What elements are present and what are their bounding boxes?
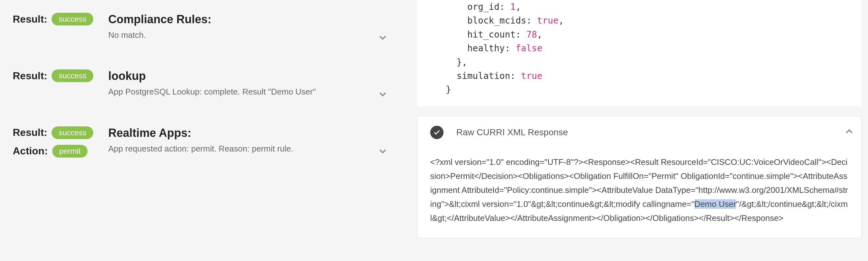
xml-header[interactable]: Raw CURRI XML Response [430, 126, 848, 139]
chevron-up-icon[interactable] [843, 126, 855, 138]
result-block-lookup[interactable]: Result: success lookup App PostgreSQL Lo… [13, 69, 404, 97]
block-title: lookup [108, 69, 404, 83]
result-block-compliance[interactable]: Result: success Compliance Rules: No mat… [13, 13, 404, 41]
chevron-down-icon[interactable] [377, 145, 389, 158]
result-block-realtime[interactable]: Result: success Action: permit Realtime … [13, 126, 404, 158]
results-panel: Result: success Compliance Rules: No mat… [0, 0, 417, 261]
code-text: } [446, 84, 451, 95]
content-col: lookup App PostgreSQL Lookup: complete. … [76, 69, 404, 97]
content-col: Realtime Apps: App requested action: per… [76, 126, 404, 154]
code-text: simulation: [446, 71, 521, 81]
chevron-down-icon[interactable] [377, 89, 389, 101]
labels-col: Result: success Action: permit [13, 126, 76, 158]
labels-col: Result: success [13, 69, 76, 82]
block-desc: App PostgreSQL Lookup: complete. Result … [108, 86, 331, 97]
content-col: Compliance Rules: No match. [76, 13, 404, 41]
block-title: Compliance Rules: [108, 13, 404, 26]
result-label: Result: [13, 13, 47, 25]
code-text: hit_count: [446, 29, 526, 40]
labels-col: Result: success [13, 13, 76, 26]
result-row: Result: success [13, 126, 76, 139]
block-title: Realtime Apps: [108, 126, 404, 140]
xml-highlight: Demo User [694, 199, 736, 209]
code-bool: true [521, 71, 542, 81]
code-text: block_mcids: [446, 15, 537, 26]
block-desc: No match. [108, 29, 331, 41]
action-label: Action: [13, 145, 48, 157]
code-text: org_id: [446, 2, 510, 12]
result-label: Result: [13, 70, 47, 82]
result-label: Result: [13, 127, 47, 138]
result-row: Result: success [13, 13, 76, 26]
main-container: Result: success Compliance Rules: No mat… [0, 0, 868, 261]
code-number: 78 [526, 29, 537, 40]
detail-panel: org_id: 1, block_mcids: true, hit_count:… [417, 0, 868, 261]
block-desc: App requested action: permit. Reason: pe… [108, 143, 331, 154]
xml-body: <?xml version="1.0" encoding="UTF-8"?><R… [430, 155, 848, 225]
code-bool: true [537, 15, 558, 26]
xml-response-card: Raw CURRI XML Response <?xml version="1.… [417, 116, 862, 238]
code-number: 1 [510, 2, 516, 12]
action-row: Action: permit [13, 145, 76, 158]
xml-title: Raw CURRI XML Response [456, 127, 568, 137]
result-row: Result: success [13, 69, 76, 82]
code-bool: false [516, 43, 542, 54]
chevron-down-icon[interactable] [377, 32, 389, 44]
code-text: }, [446, 57, 467, 67]
check-circle-icon [430, 126, 443, 139]
code-text: healthy: [446, 43, 516, 54]
json-snippet: org_id: 1, block_mcids: true, hit_count:… [417, 0, 862, 106]
